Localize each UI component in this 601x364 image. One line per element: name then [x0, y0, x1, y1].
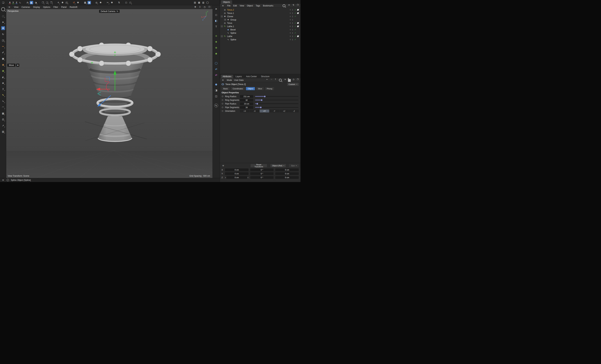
- coord-mode-dropdown[interactable]: Object (Rel) ▾: [270, 164, 286, 167]
- layout-render-icon[interactable]: ▥: [201, 1, 205, 4]
- array-tool[interactable]: ▥: [1, 130, 5, 134]
- stepper-right-icon[interactable]: ▸: [248, 177, 249, 178]
- green-gear-icon[interactable]: ✺: [214, 52, 218, 56]
- lock-z-axis-button[interactable]: Z: [15, 1, 18, 4]
- property-slider[interactable]: [255, 103, 298, 104]
- attr-back-icon[interactable]: ←: [266, 78, 269, 81]
- coord-input[interactable]: 0 cm: [225, 168, 249, 171]
- tab-coordinates[interactable]: Coordinates: [231, 87, 245, 90]
- mirror-purple-icon[interactable]: ⇄: [214, 73, 218, 77]
- property-diamond-icon[interactable]: [222, 99, 223, 101]
- field-icon[interactable]: ◰: [65, 1, 68, 4]
- property-diamond-icon[interactable]: [222, 96, 223, 97]
- simulate-settings-icon[interactable]: ✺: [76, 1, 80, 4]
- viewport-menu-options[interactable]: Options: [43, 6, 50, 8]
- scale-tool[interactable]: ◳: [1, 39, 5, 42]
- status-menu-icon[interactable]: ≡: [1, 178, 5, 182]
- tab-axis-center[interactable]: Axis Center: [244, 75, 259, 78]
- objects-panel-tab[interactable]: Objects: [221, 0, 232, 4]
- om-sort-icon[interactable]: ⇅: [292, 4, 295, 6]
- viewport-menu-icon[interactable]: ≡: [8, 5, 11, 9]
- select-tool[interactable]: ➤: [1, 20, 5, 24]
- arc-tool[interactable]: ◠: [1, 105, 5, 109]
- tab-object[interactable]: Object: [246, 87, 255, 90]
- coordinate-system-icon[interactable]: ∟: [19, 1, 22, 4]
- tree-item-lathe-1[interactable]: −↻Lathe.1✓: [220, 25, 300, 28]
- lock-y-axis-button[interactable]: Y: [12, 1, 14, 4]
- make-editable-icon[interactable]: ◔: [26, 1, 29, 4]
- coord-input[interactable]: 0 cm: [275, 168, 299, 171]
- visibility-dots[interactable]: [292, 36, 293, 37]
- frame-select-icon[interactable]: ◻: [214, 13, 218, 17]
- layer-chip[interactable]: [290, 19, 291, 20]
- layer-chip[interactable]: [290, 9, 291, 10]
- property-diamond-icon[interactable]: [222, 103, 223, 105]
- character-icon[interactable]: ✛: [57, 1, 60, 4]
- enable-toggle[interactable]: ✓: [294, 29, 297, 31]
- coord-input[interactable]: 0 °: [250, 168, 274, 171]
- property-slider[interactable]: [255, 96, 298, 97]
- camera-switch-icon[interactable]: ⇆: [117, 10, 118, 12]
- layer-chip[interactable]: [290, 26, 291, 27]
- viewport-menu-cameras[interactable]: Cameras: [21, 6, 30, 8]
- maximize-view-icon[interactable]: ❒: [208, 6, 211, 9]
- drum-model[interactable]: [69, 43, 161, 141]
- pan-view-icon[interactable]: ✥: [194, 6, 197, 9]
- point-cluster-icon[interactable]: ❉: [214, 46, 218, 50]
- attr-menu-icon[interactable]: ≡: [221, 79, 225, 82]
- landscape-tool[interactable]: ◭: [1, 75, 5, 79]
- rotate-tool[interactable]: ↻: [1, 32, 5, 36]
- tree-item-cloner[interactable]: −❋Cloner✓: [220, 15, 300, 18]
- user-data-label[interactable]: User Data: [234, 79, 243, 81]
- om-search-icon[interactable]: [283, 4, 285, 7]
- viewport-menu-panel[interactable]: Panel: [61, 6, 67, 8]
- layer-chip[interactable]: [290, 35, 291, 37]
- plane-tool[interactable]: ▣: [1, 57, 5, 60]
- attr-up-icon[interactable]: ↑: [274, 78, 277, 81]
- extrude-tool[interactable]: ↥: [1, 87, 5, 91]
- coord-input[interactable]: 0 cm: [226, 176, 248, 179]
- swap-layout-icon[interactable]: ⇅: [117, 1, 121, 4]
- pen-edit-tool[interactable]: ✐: [1, 50, 5, 54]
- attr-newwindow-icon[interactable]: ❐: [296, 78, 299, 81]
- texture-axis-icon[interactable]: ◑: [34, 1, 37, 4]
- cube-display-icon[interactable]: ◧: [214, 19, 218, 23]
- polygon-tag-icon[interactable]: [297, 9, 299, 10]
- property-diamond-icon[interactable]: [222, 110, 223, 112]
- visibility-dots[interactable]: [292, 22, 293, 24]
- om-path-icon[interactable]: ❐: [296, 4, 299, 6]
- layer-chip[interactable]: [290, 22, 291, 24]
- tab-slice[interactable]: Slice: [256, 87, 264, 90]
- grid-plane-icon[interactable]: ❖: [214, 40, 218, 44]
- layer-chip[interactable]: [290, 16, 291, 17]
- camera-selector[interactable]: Default Camera ⇆: [99, 10, 120, 13]
- lock-x-axis-button[interactable]: X: [9, 1, 11, 4]
- tab-phong[interactable]: Phong: [265, 87, 274, 90]
- orientation-plusminus-x[interactable]: +X: [240, 109, 250, 112]
- volume-settings-icon[interactable]: ✺: [110, 1, 114, 4]
- enable-toggle[interactable]: ✓: [294, 35, 297, 37]
- layout-model-icon[interactable]: ▤: [193, 1, 197, 4]
- om-menu-tags[interactable]: Tags: [256, 5, 260, 7]
- model-mode-icon[interactable]: ◧: [30, 1, 33, 4]
- quantize-icon[interactable]: ▦: [88, 1, 91, 4]
- om-menu-view[interactable]: View: [240, 5, 244, 7]
- stage-tool[interactable]: ◈: [1, 81, 5, 85]
- attr-filter-icon[interactable]: ≡: [284, 78, 287, 81]
- viewport-menu-filter[interactable]: Filter: [53, 6, 58, 8]
- render-settings-icon[interactable]: ◻: [129, 1, 132, 4]
- property-input[interactable]: 211 cm: [240, 95, 253, 98]
- enable-toggle[interactable]: ✓: [294, 9, 297, 11]
- visibility-dots[interactable]: [292, 29, 293, 30]
- layer-chip[interactable]: [290, 32, 291, 34]
- visibility-dots[interactable]: [292, 39, 293, 40]
- polygon-tag-icon[interactable]: [297, 22, 299, 24]
- visibility-dots[interactable]: [292, 19, 293, 20]
- layout-animate-icon[interactable]: ▦: [197, 1, 201, 4]
- snap-cursor-icon[interactable]: ➤: [214, 7, 218, 11]
- attr-forward-icon[interactable]: →: [270, 78, 273, 81]
- tree-item-lathe[interactable]: −↻Lathe✓: [220, 35, 300, 38]
- tree-item-torus-1[interactable]: ◎Torus.1✓: [220, 11, 300, 15]
- tree-item-spline[interactable]: ∿Spline✓: [220, 31, 300, 35]
- camera-view-icon[interactable]: ◨: [214, 88, 218, 92]
